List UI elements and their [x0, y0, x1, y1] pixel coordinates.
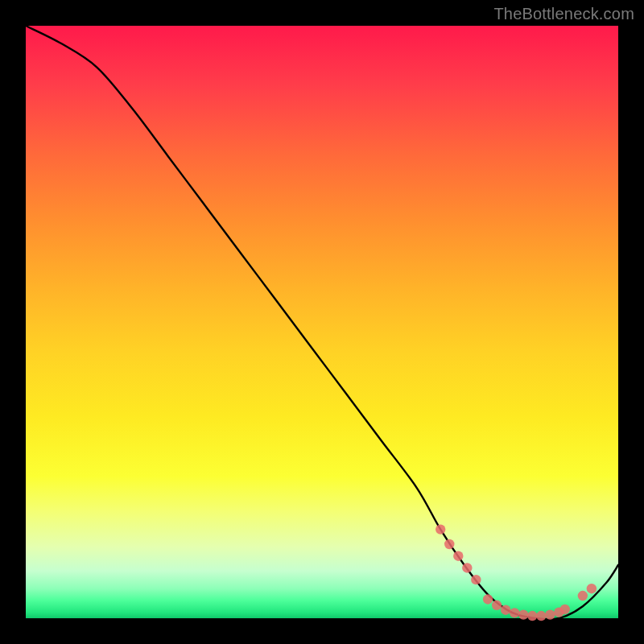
marker-dot — [444, 539, 454, 549]
marker-dot — [587, 584, 597, 593]
marker-dot — [545, 609, 555, 619]
marker-dot — [527, 611, 537, 621]
watermark-text: TheBottleneck.com — [493, 5, 634, 23]
marker-dot — [510, 608, 519, 617]
marker-dot — [492, 601, 502, 610]
chart-stage: TheBottleneck.com — [0, 0, 644, 644]
marker-dot — [436, 524, 445, 534]
marker-dot — [560, 605, 570, 614]
scatter-markers — [436, 524, 597, 621]
plot-area — [26, 26, 618, 618]
marker-dot — [578, 591, 588, 601]
marker-dot — [501, 605, 510, 615]
marker-dot — [462, 563, 472, 572]
marker-dot — [453, 551, 463, 561]
marker-dot — [483, 594, 493, 604]
curve-layer — [26, 26, 618, 618]
marker-dot — [471, 575, 481, 584]
bottleneck-curve — [26, 26, 618, 619]
marker-dot — [518, 609, 528, 619]
marker-dot — [536, 611, 546, 621]
